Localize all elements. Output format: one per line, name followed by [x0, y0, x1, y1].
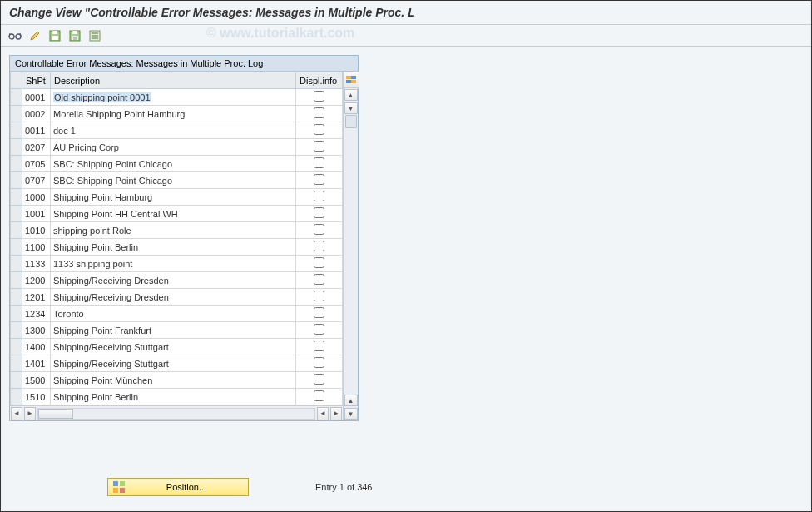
col-shpt[interactable]: ShPt: [22, 72, 51, 89]
list-icon[interactable]: [87, 28, 102, 43]
row-selector[interactable]: [11, 156, 22, 172]
cell-shpt[interactable]: 1201: [22, 289, 51, 306]
hscroll-thumb[interactable]: [38, 409, 73, 419]
col-displinfo[interactable]: Displ.info: [296, 72, 343, 89]
row-selector[interactable]: [11, 139, 22, 156]
displinfo-checkbox[interactable]: [314, 191, 324, 201]
row-selector[interactable]: [11, 122, 22, 139]
row-selector[interactable]: [11, 306, 22, 322]
cell-shpt[interactable]: 1510: [22, 389, 51, 405]
row-selector[interactable]: [11, 106, 22, 122]
cell-shpt[interactable]: 1500: [22, 372, 51, 389]
position-button[interactable]: Position...: [107, 478, 249, 496]
displinfo-checkbox[interactable]: [314, 241, 324, 251]
cell-shpt[interactable]: 1000: [22, 189, 51, 206]
displinfo-checkbox[interactable]: [314, 124, 324, 135]
cell-description[interactable]: Shipping Point Hamburg: [51, 189, 296, 206]
cell-shpt[interactable]: 1001: [22, 206, 51, 222]
row-selector[interactable]: [11, 355, 22, 372]
cell-description[interactable]: Shipping Point Berlin: [51, 239, 296, 256]
scroll-left2-icon[interactable]: ◄: [317, 407, 329, 420]
cell-shpt[interactable]: 0707: [22, 172, 51, 189]
cell-shpt[interactable]: 1133: [22, 256, 51, 272]
displinfo-checkbox[interactable]: [314, 374, 324, 385]
cell-shpt[interactable]: 1300: [22, 322, 51, 339]
glasses-icon[interactable]: [7, 28, 22, 43]
scroll-left-icon[interactable]: ◄: [11, 407, 22, 420]
cell-shpt[interactable]: 0002: [22, 106, 51, 122]
cell-description[interactable]: Shipping/Receiving Stuttgart: [51, 355, 296, 372]
row-selector[interactable]: [11, 289, 22, 306]
displinfo-checkbox[interactable]: [314, 224, 324, 235]
cell-description[interactable]: SBC: Shipping Point Chicago: [51, 156, 296, 172]
row-selector[interactable]: [11, 189, 22, 206]
cell-description[interactable]: Shipping Point Berlin: [51, 389, 296, 405]
cell-shpt[interactable]: 1100: [22, 239, 51, 256]
col-description[interactable]: Description: [51, 72, 296, 89]
displinfo-checkbox[interactable]: [314, 390, 324, 401]
scroll-down-icon[interactable]: ▼: [344, 408, 358, 420]
save-icon[interactable]: [47, 28, 62, 43]
row-selector[interactable]: [11, 89, 22, 106]
cell-shpt[interactable]: 0011: [22, 122, 51, 139]
displinfo-checkbox[interactable]: [314, 307, 324, 318]
pencil-icon[interactable]: [27, 28, 42, 43]
save-variant-icon[interactable]: [67, 28, 82, 43]
cell-description[interactable]: Toronto: [51, 306, 296, 322]
cell-description[interactable]: SBC: Shipping Point Chicago: [51, 172, 296, 189]
scroll-up-icon[interactable]: ▲: [344, 89, 358, 101]
cell-shpt[interactable]: 1010: [22, 222, 51, 239]
vertical-scrollbar[interactable]: ▲ ▼ ▲ ▼: [343, 72, 358, 420]
cell-description[interactable]: Shipping/Receiving Dresden: [51, 272, 296, 289]
row-selector[interactable]: [11, 272, 22, 289]
displinfo-checkbox[interactable]: [314, 91, 324, 102]
scroll-right2-icon[interactable]: ►: [330, 407, 342, 420]
scroll-right-icon[interactable]: ►: [24, 407, 36, 420]
row-selector[interactable]: [11, 239, 22, 256]
displinfo-checkbox[interactable]: [314, 274, 324, 285]
cell-description[interactable]: Shipping/Receiving Dresden: [51, 289, 296, 306]
cell-shpt[interactable]: 1200: [22, 272, 51, 289]
cell-description[interactable]: shipping point Role: [51, 222, 296, 239]
displinfo-checkbox[interactable]: [314, 107, 324, 118]
displinfo-checkbox[interactable]: [314, 207, 324, 218]
cell-shpt[interactable]: 0207: [22, 139, 51, 156]
cell-description[interactable]: doc 1: [51, 122, 296, 139]
table-settings-icon[interactable]: [344, 72, 359, 88]
cell-shpt[interactable]: 1400: [22, 339, 51, 355]
cell-description[interactable]: AU Pricing Corp: [51, 139, 296, 156]
row-selector-header[interactable]: [11, 72, 22, 89]
cell-description[interactable]: Morelia Shipping Point Hamburg: [51, 106, 296, 122]
displinfo-checkbox[interactable]: [314, 357, 324, 368]
cell-description[interactable]: Shipping Point HH Central WH: [51, 206, 296, 222]
displinfo-checkbox[interactable]: [314, 291, 324, 301]
hscroll-track[interactable]: [37, 408, 315, 420]
cell-description[interactable]: Shipping Point München: [51, 372, 296, 389]
displinfo-checkbox[interactable]: [314, 174, 324, 185]
cell-shpt[interactable]: 0001: [22, 89, 51, 106]
row-selector[interactable]: [11, 172, 22, 189]
scroll-up-step-icon[interactable]: ▲: [344, 395, 358, 406]
row-selector[interactable]: [11, 372, 22, 389]
displinfo-checkbox[interactable]: [314, 157, 324, 168]
vscroll-thumb-top[interactable]: [345, 115, 357, 128]
row-selector[interactable]: [11, 222, 22, 239]
row-selector[interactable]: [11, 256, 22, 272]
displinfo-checkbox[interactable]: [314, 324, 324, 335]
cell-description[interactable]: Shipping Point Frankfurt: [51, 322, 296, 339]
cell-description[interactable]: 1133 shipping point: [51, 256, 296, 272]
horizontal-scrollbar[interactable]: ◄ ► ◄ ►: [10, 405, 343, 420]
row-selector[interactable]: [11, 322, 22, 339]
row-selector[interactable]: [11, 206, 22, 222]
row-selector[interactable]: [11, 389, 22, 405]
displinfo-checkbox[interactable]: [314, 141, 324, 152]
cell-description[interactable]: Old shipping point 0001: [51, 89, 296, 106]
displinfo-checkbox[interactable]: [314, 341, 324, 351]
cell-description[interactable]: Shipping/Receiving Stuttgart: [51, 339, 296, 355]
displinfo-checkbox[interactable]: [314, 257, 324, 268]
row-selector[interactable]: [11, 339, 22, 355]
cell-shpt[interactable]: 1401: [22, 355, 51, 372]
cell-shpt[interactable]: 0705: [22, 156, 51, 172]
scroll-down-step-icon[interactable]: ▼: [344, 102, 358, 114]
cell-shpt[interactable]: 1234: [22, 306, 51, 322]
